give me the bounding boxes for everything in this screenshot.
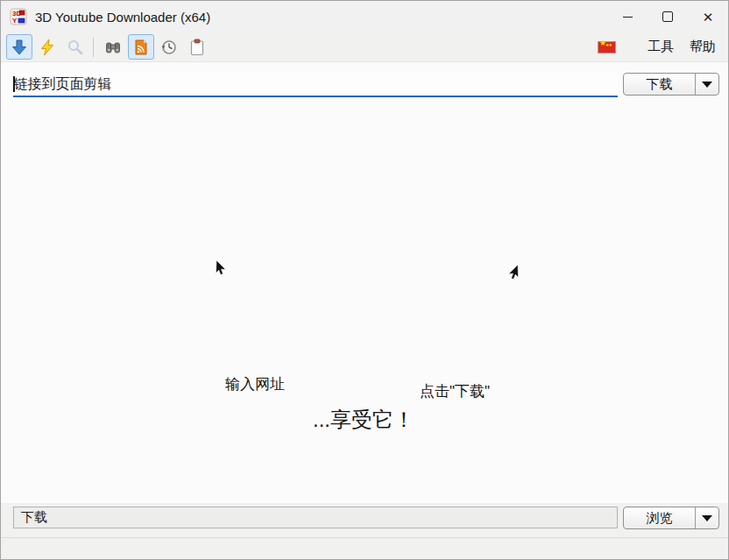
window-controls: ✕: [607, 1, 728, 32]
hint-click-download: 点击"下载": [420, 381, 490, 401]
scheduler-button[interactable]: [156, 34, 182, 60]
browse-dropdown-arrow[interactable]: [696, 515, 718, 521]
feeds-button[interactable]: [128, 34, 154, 60]
toolbar-right-group: ★ ★★ 工具 帮助: [598, 32, 716, 61]
maximize-icon: [662, 11, 673, 22]
title-bar: 3D Y 3D Youtube Downloader (x64) ✕: [1, 1, 728, 32]
search-magnifier-icon: [67, 39, 84, 56]
progress-label: 下载: [21, 509, 47, 526]
download-progress-bar: 下载: [13, 507, 618, 528]
close-icon: ✕: [703, 11, 714, 24]
download-mode-button[interactable]: [6, 34, 32, 60]
download-split-button[interactable]: 下载: [623, 73, 719, 96]
bottom-bar: 下载 浏览: [1, 503, 728, 537]
url-input[interactable]: 链接到页面剪辑: [13, 73, 618, 97]
cursor-arrow-left-icon: [216, 260, 229, 275]
url-input-value: 链接到页面剪辑: [14, 75, 112, 94]
browse-split-button[interactable]: 浏览: [623, 507, 719, 529]
search-button[interactable]: [62, 34, 88, 60]
hint-enter-url: 输入网址: [225, 374, 285, 394]
history-clock-icon: [160, 39, 178, 56]
close-button[interactable]: ✕: [688, 1, 728, 32]
clipboard-icon: [188, 39, 206, 56]
binoculars-icon: [104, 39, 122, 56]
download-button-label[interactable]: 下载: [624, 76, 695, 93]
menu-tools[interactable]: 工具: [648, 39, 674, 55]
menu-help[interactable]: 帮助: [690, 39, 716, 55]
clipboard-button[interactable]: [184, 34, 210, 60]
cursor-arrow-right-icon: [506, 265, 519, 280]
toolbar: ★ ★★ 工具 帮助: [1, 32, 728, 62]
app-logo-icon: 3D Y: [10, 8, 27, 25]
lightning-bolt-icon: [39, 39, 56, 56]
maximize-button[interactable]: [648, 1, 688, 32]
minimize-button[interactable]: [607, 1, 648, 32]
window-title: 3D Youtube Downloader (x64): [35, 10, 210, 25]
main-area: 输入网址 点击"下载" ...享受它！: [1, 101, 728, 503]
chevron-down-icon: [702, 82, 712, 88]
minimize-icon: [623, 17, 633, 18]
svg-text:Y: Y: [12, 17, 18, 25]
find-button[interactable]: [100, 34, 126, 60]
quick-download-button[interactable]: [34, 34, 60, 60]
download-arrow-icon: [11, 39, 28, 56]
toolbar-separator: [93, 38, 94, 57]
language-flag-icon[interactable]: ★ ★★: [598, 41, 616, 53]
download-dropdown-arrow[interactable]: [696, 82, 718, 88]
url-row: 链接到页面剪辑 下载: [1, 62, 728, 101]
rss-feed-icon: [132, 39, 150, 56]
hint-enjoy: ...享受它！: [313, 406, 414, 434]
status-bar: [1, 537, 728, 560]
chevron-down-icon: [702, 515, 712, 521]
app-window: 3D Y 3D Youtube Downloader (x64) ✕: [0, 0, 729, 560]
browse-button-label[interactable]: 浏览: [624, 510, 695, 527]
